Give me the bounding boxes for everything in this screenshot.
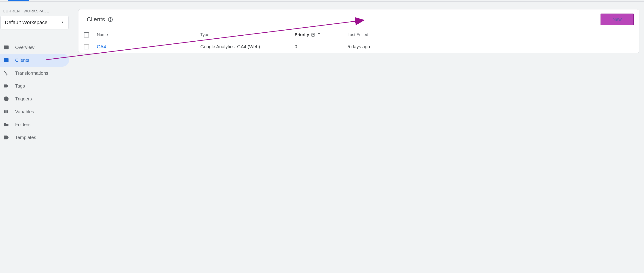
column-header-name[interactable]: Name bbox=[97, 32, 200, 37]
svg-point-12 bbox=[7, 110, 8, 111]
sidebar-item-label: Clients bbox=[15, 58, 29, 63]
new-button[interactable]: New bbox=[600, 13, 634, 25]
sidebar-item-tags[interactable]: Tags bbox=[0, 79, 69, 92]
table-header-row: Name Type Priority ? Last Edited bbox=[78, 29, 639, 41]
svg-point-11 bbox=[6, 110, 6, 111]
svg-point-10 bbox=[4, 110, 5, 111]
sidebar-item-label: Transformations bbox=[15, 70, 48, 76]
folders-icon bbox=[3, 122, 9, 127]
svg-rect-7 bbox=[6, 111, 6, 113]
sidebar-item-label: Folders bbox=[15, 122, 30, 127]
row-last-edited: 5 days ago bbox=[348, 44, 634, 49]
chevron-right-icon bbox=[60, 20, 64, 25]
workspace-section-label: CURRENT WORKSPACE bbox=[0, 9, 69, 13]
sidebar-item-triggers[interactable]: Triggers bbox=[0, 92, 69, 105]
active-tab-indicator bbox=[8, 0, 29, 1]
column-header-type[interactable]: Type bbox=[200, 32, 295, 37]
transformations-icon bbox=[3, 70, 9, 76]
sidebar-item-label: Overview bbox=[15, 45, 34, 50]
sidebar-item-clients[interactable]: Clients bbox=[0, 54, 69, 67]
panel-title-text: Clients bbox=[87, 16, 105, 23]
sidebar-item-label: Tags bbox=[15, 83, 25, 89]
sidebar-item-templates[interactable]: Templates bbox=[0, 131, 69, 144]
sidebar-item-label: Variables bbox=[15, 109, 34, 114]
clients-panel: Clients ? New Name Type Priority ? Last … bbox=[78, 9, 640, 53]
help-icon[interactable]: ? bbox=[311, 33, 315, 37]
column-header-last-edited[interactable]: Last Edited bbox=[348, 32, 634, 37]
svg-rect-6 bbox=[4, 111, 5, 113]
triggers-icon bbox=[3, 96, 9, 102]
panel-header: Clients ? New bbox=[78, 9, 639, 29]
sidebar-item-variables[interactable]: Variables bbox=[0, 105, 69, 118]
sidebar-item-label: Triggers bbox=[15, 96, 32, 102]
sort-ascending-icon bbox=[317, 32, 321, 37]
table-row[interactable]: GA4 Google Analytics: GA4 (Web) 0 5 days… bbox=[78, 41, 639, 53]
sidebar-item-folders[interactable]: Folders bbox=[0, 118, 69, 131]
workspace-selector[interactable]: Default Workspace bbox=[0, 16, 68, 29]
row-priority: 0 bbox=[295, 44, 348, 49]
sidebar-item-label: Templates bbox=[15, 135, 36, 140]
row-type: Google Analytics: GA4 (Web) bbox=[200, 44, 295, 49]
select-all-checkbox[interactable] bbox=[84, 32, 89, 37]
clients-icon bbox=[3, 57, 9, 63]
overview-icon bbox=[3, 44, 9, 50]
svg-rect-8 bbox=[7, 111, 8, 113]
panel-title: Clients ? bbox=[87, 16, 113, 23]
row-name-link[interactable]: GA4 bbox=[97, 44, 106, 49]
svg-point-3 bbox=[4, 71, 5, 72]
workspace-name: Default Workspace bbox=[5, 19, 48, 25]
variables-icon bbox=[3, 109, 9, 114]
row-checkbox[interactable] bbox=[84, 44, 89, 49]
sidebar: CURRENT WORKSPACE Default Workspace Over… bbox=[0, 9, 69, 144]
svg-rect-1 bbox=[4, 45, 8, 46]
svg-point-5 bbox=[5, 98, 7, 100]
templates-icon bbox=[3, 135, 9, 140]
sidebar-nav: Overview Clients Transformations Tags Tr bbox=[0, 41, 69, 144]
column-header-priority[interactable]: Priority ? bbox=[295, 32, 348, 37]
sidebar-item-transformations[interactable]: Transformations bbox=[0, 67, 69, 79]
sidebar-item-overview[interactable]: Overview bbox=[0, 41, 69, 54]
column-header-priority-text: Priority bbox=[295, 32, 309, 37]
tags-icon bbox=[3, 83, 9, 89]
help-icon[interactable]: ? bbox=[108, 17, 113, 22]
